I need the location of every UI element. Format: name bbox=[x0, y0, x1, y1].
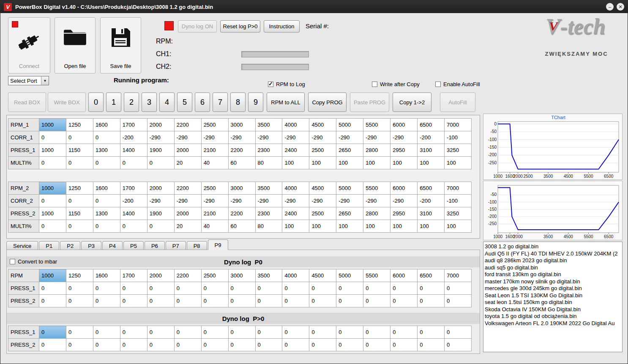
table-cell[interactable]: -100 bbox=[445, 131, 472, 144]
tab-p8[interactable]: P8 bbox=[187, 241, 207, 250]
table-cell[interactable]: -200 bbox=[418, 195, 445, 207]
autofill-button[interactable]: AutoFill bbox=[440, 92, 475, 112]
table-cell[interactable]: 5000 bbox=[336, 182, 363, 195]
table-cell[interactable]: 6500 bbox=[418, 269, 445, 282]
table-cell[interactable]: 2950 bbox=[390, 207, 418, 220]
table-cell[interactable]: 1250 bbox=[66, 269, 93, 282]
table-cell[interactable]: 0 bbox=[147, 295, 174, 307]
table-cell[interactable]: 0 bbox=[39, 195, 66, 207]
table-cell[interactable]: 0 bbox=[147, 326, 174, 339]
table-cell[interactable]: 0 bbox=[309, 326, 336, 339]
write-box-button[interactable]: Write BOX bbox=[48, 92, 86, 112]
table-cell[interactable]: 0 bbox=[66, 282, 93, 295]
table-cell[interactable]: 0 bbox=[282, 339, 309, 351]
reset-log-button[interactable]: Reset log P>0 bbox=[220, 20, 260, 33]
table-cell[interactable]: 1000 bbox=[39, 144, 66, 157]
table-cell[interactable]: 4500 bbox=[309, 269, 336, 282]
table-cell[interactable]: 2200 bbox=[174, 182, 201, 195]
table-cell[interactable]: 0 bbox=[66, 157, 93, 169]
table-cell[interactable]: 1700 bbox=[120, 119, 147, 131]
table-cell[interactable]: 1300 bbox=[93, 144, 120, 157]
table-cell[interactable]: 0 bbox=[445, 295, 472, 307]
table-cell[interactable]: 0 bbox=[201, 326, 228, 339]
save-file-button[interactable]: Save file bbox=[100, 17, 141, 73]
file-list-item[interactable]: Skoda Octavia IV 150KM Go Digital.bin bbox=[483, 306, 622, 313]
tab-p1[interactable]: P1 bbox=[39, 241, 59, 250]
table-cell[interactable]: -290 bbox=[390, 195, 418, 207]
table-cell[interactable]: -290 bbox=[255, 131, 282, 144]
table-cell[interactable]: 4000 bbox=[282, 182, 309, 195]
table-cell[interactable]: 0 bbox=[120, 326, 147, 339]
table-cell[interactable]: 100 bbox=[418, 157, 445, 169]
table-cell[interactable]: 6000 bbox=[390, 269, 418, 282]
table-cell[interactable]: 2500 bbox=[309, 207, 336, 220]
table-cell[interactable]: 2950 bbox=[390, 144, 418, 157]
table-cell[interactable]: 5500 bbox=[363, 119, 390, 131]
table-cell[interactable]: -290 bbox=[282, 131, 309, 144]
table-cell[interactable]: 0 bbox=[201, 282, 228, 295]
table-cell[interactable]: 3500 bbox=[255, 269, 282, 282]
table-cell[interactable]: 0 bbox=[93, 131, 120, 144]
table-cell[interactable]: 100 bbox=[363, 157, 390, 169]
table-cell[interactable]: -290 bbox=[363, 131, 390, 144]
table-cell[interactable]: 7000 bbox=[445, 182, 472, 195]
table-cell[interactable]: 3100 bbox=[418, 144, 445, 157]
table-cell[interactable]: -290 bbox=[255, 195, 282, 207]
file-list-item[interactable]: ford transit 130km go digital.bin bbox=[483, 271, 622, 278]
table-cell[interactable]: 60 bbox=[228, 220, 255, 233]
table-cell[interactable]: 0 bbox=[255, 295, 282, 307]
digit-button-2[interactable]: 2 bbox=[124, 92, 139, 112]
table-cell[interactable]: 0 bbox=[66, 131, 93, 144]
table-cell[interactable]: 0 bbox=[93, 295, 120, 307]
paste-prog-button[interactable]: Paste PROG bbox=[350, 92, 389, 112]
table-cell[interactable]: -290 bbox=[174, 131, 201, 144]
table-cell[interactable]: 0 bbox=[336, 339, 363, 351]
table-cell[interactable]: 0 bbox=[39, 157, 66, 169]
table-cell[interactable]: 3100 bbox=[418, 207, 445, 220]
table-cell[interactable]: -290 bbox=[201, 131, 228, 144]
table-cell[interactable]: 3250 bbox=[445, 144, 472, 157]
table-cell[interactable]: 0 bbox=[120, 157, 147, 169]
table-cell[interactable]: 0 bbox=[93, 157, 120, 169]
tab-p5[interactable]: P5 bbox=[123, 241, 144, 250]
table-cell[interactable]: -290 bbox=[282, 195, 309, 207]
table-cell[interactable]: 0 bbox=[66, 195, 93, 207]
table-cell[interactable]: 0 bbox=[39, 295, 66, 307]
table-cell[interactable]: 2200 bbox=[228, 207, 255, 220]
table-cell[interactable]: 0 bbox=[174, 326, 201, 339]
table-cell[interactable]: 100 bbox=[390, 220, 418, 233]
table-cell[interactable]: 1000 bbox=[39, 119, 66, 131]
table-cell[interactable]: 4500 bbox=[309, 182, 336, 195]
table-cell[interactable]: 2200 bbox=[174, 269, 201, 282]
table-cell[interactable]: 0 bbox=[66, 339, 93, 351]
table-cell[interactable]: 6000 bbox=[390, 182, 418, 195]
table-cell[interactable]: 2500 bbox=[201, 119, 228, 131]
file-list-item[interactable]: audi q8 286km 2023 go digital.bin bbox=[483, 257, 622, 264]
table-cell[interactable]: -290 bbox=[174, 195, 201, 207]
table-cell[interactable]: 0 bbox=[390, 326, 418, 339]
table-cell[interactable]: 20 bbox=[174, 157, 201, 169]
file-list-item[interactable]: toyota 1.5 go digital od obciążenia.bin bbox=[483, 313, 622, 320]
table-cell[interactable]: -290 bbox=[336, 131, 363, 144]
table-cell[interactable]: 2800 bbox=[363, 144, 390, 157]
table-cell[interactable]: 40 bbox=[201, 220, 228, 233]
table-cell[interactable]: -100 bbox=[445, 195, 472, 207]
table-cell[interactable]: 2300 bbox=[255, 144, 282, 157]
table-cell[interactable]: 100 bbox=[282, 157, 309, 169]
table-cell[interactable]: 7000 bbox=[445, 119, 472, 131]
table-cell[interactable]: 0 bbox=[228, 339, 255, 351]
checkbox-box[interactable] bbox=[372, 81, 377, 87]
digit-button-6[interactable]: 6 bbox=[195, 92, 210, 112]
table-cell[interactable]: 0 bbox=[418, 339, 445, 351]
table-cell[interactable]: 0 bbox=[93, 220, 120, 233]
table-cell[interactable]: 1250 bbox=[66, 182, 93, 195]
checkbox-box[interactable] bbox=[10, 259, 15, 264]
file-list-item[interactable]: seat leon 1.5tsi 150km go digital.bin bbox=[483, 299, 622, 306]
table-cell[interactable]: 0 bbox=[309, 295, 336, 307]
digit-button-7[interactable]: 7 bbox=[213, 92, 228, 112]
table-cell[interactable]: 0 bbox=[336, 282, 363, 295]
table-cell[interactable]: 2300 bbox=[255, 207, 282, 220]
tab-p9[interactable]: P9 bbox=[208, 239, 228, 250]
table-cell[interactable]: 100 bbox=[309, 157, 336, 169]
table-cell[interactable]: 100 bbox=[363, 220, 390, 233]
